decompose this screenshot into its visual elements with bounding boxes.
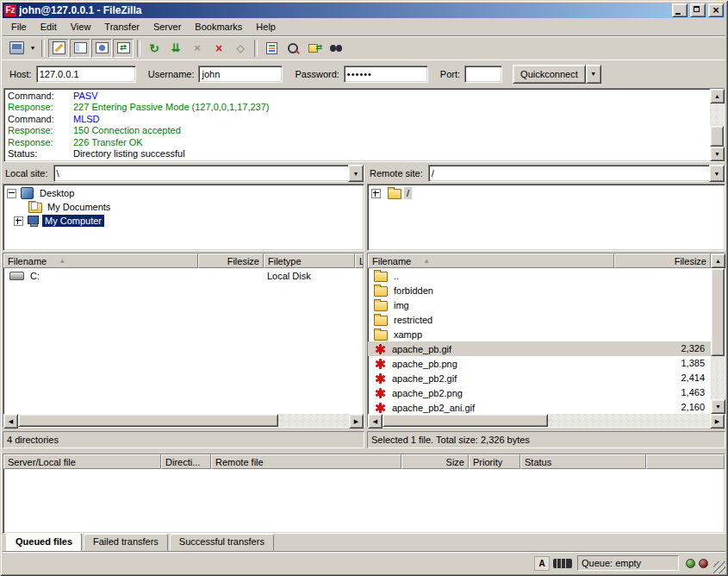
title-bar[interactable]: Fz john@127.0.0.1 - FileZilla xyxy=(3,3,725,18)
priority-column-header[interactable]: Priority xyxy=(469,454,520,469)
remote-site-combo[interactable]: / ▼ xyxy=(428,165,725,182)
tab-queued-files[interactable]: Queued files xyxy=(6,533,82,551)
expand-icon[interactable] xyxy=(14,216,23,226)
size-column-header[interactable]: Size xyxy=(401,454,469,469)
file-row[interactable]: xampp xyxy=(368,327,711,341)
scroll-down-button[interactable]: ▼ xyxy=(710,147,725,161)
scroll-track[interactable] xyxy=(711,268,725,399)
toggle-local-tree-button[interactable] xyxy=(70,39,90,58)
tree-item-root[interactable]: / xyxy=(370,186,725,200)
log-scrollbar[interactable]: ▲ ▼ xyxy=(710,89,724,161)
file-row-c-drive[interactable]: C: Local Disk xyxy=(3,268,364,283)
menu-bookmarks[interactable]: Bookmarks xyxy=(188,20,249,34)
tab-failed-transfers[interactable]: Failed transfers xyxy=(84,534,168,551)
file-row[interactable]: img xyxy=(368,297,711,312)
site-manager-button[interactable] xyxy=(6,39,27,58)
file-row[interactable]: apache_pb2.gif2,414 xyxy=(368,371,711,385)
scroll-track[interactable] xyxy=(383,414,710,427)
scroll-thumb[interactable] xyxy=(18,414,278,427)
collapse-icon[interactable] xyxy=(7,189,16,198)
scroll-up-button[interactable]: ▲ xyxy=(710,89,725,103)
menu-edit[interactable]: Edit xyxy=(34,20,64,34)
filter-button[interactable] xyxy=(261,39,282,58)
tree-item-my-documents[interactable]: My Documents xyxy=(5,200,364,214)
server-local-file-column-header[interactable]: Server/Local file xyxy=(3,454,161,469)
process-queue-button[interactable]: ⇊ xyxy=(165,39,186,58)
refresh-button[interactable]: ↻ xyxy=(144,39,165,58)
disconnect-button[interactable]: × xyxy=(208,39,229,58)
scroll-right-button[interactable]: ▶ xyxy=(349,414,364,429)
filename-column-header[interactable]: Filename▲ xyxy=(3,254,198,268)
synchronized-browsing-button[interactable] xyxy=(304,39,325,58)
file-row[interactable]: apache_pb2.png1,463 xyxy=(368,385,711,400)
menu-view[interactable]: View xyxy=(64,20,98,34)
close-button[interactable] xyxy=(708,3,724,17)
scroll-up-button[interactable]: ▲ xyxy=(711,254,725,268)
filetype-column-header[interactable]: Filetype xyxy=(264,254,355,268)
filesize-column-header[interactable]: Filesize xyxy=(614,254,711,268)
empty-column-header xyxy=(646,454,725,469)
remote-horizontal-scrollbar[interactable]: ◀ ▶ xyxy=(368,414,725,427)
scroll-track[interactable] xyxy=(18,414,349,427)
menu-transfer[interactable]: Transfer xyxy=(97,20,146,34)
cancel-button[interactable]: × xyxy=(187,39,208,58)
scroll-down-button[interactable]: ▼ xyxy=(711,399,725,414)
reconnect-button[interactable]: ◇ xyxy=(230,39,251,58)
toggle-log-button[interactable] xyxy=(48,39,69,58)
toolbar-separator xyxy=(41,40,45,57)
menu-server[interactable]: Server xyxy=(146,20,188,34)
led-red-icon xyxy=(699,559,708,568)
toggle-queue-button[interactable]: ⇄ xyxy=(113,39,134,58)
quickconnect-dropdown[interactable]: ▼ xyxy=(586,65,601,84)
menu-file[interactable]: File xyxy=(4,20,34,34)
minimize-button[interactable] xyxy=(672,3,688,17)
scroll-left-button[interactable]: ◀ xyxy=(3,414,18,429)
file-row-selected[interactable]: apache_pb.gif2,326 xyxy=(368,341,711,356)
scroll-right-button[interactable]: ▶ xyxy=(710,414,725,429)
filesize-column-header[interactable]: Filesize xyxy=(198,254,264,268)
scroll-track[interactable] xyxy=(710,103,724,147)
direction-column-header[interactable]: Directi... xyxy=(161,454,211,469)
file-row[interactable]: apache_pb.png1,385 xyxy=(368,356,711,371)
username-input[interactable]: john xyxy=(198,66,283,83)
local-site-value[interactable]: \ xyxy=(54,168,348,178)
host-input[interactable]: 127.0.0.1 xyxy=(36,66,136,83)
tab-successful-transfers[interactable]: Successful transfers xyxy=(170,534,274,551)
quickconnect-button[interactable]: Quickconnect xyxy=(513,65,586,84)
scroll-thumb[interactable] xyxy=(383,414,548,427)
local-horizontal-scrollbar[interactable]: ◀ ▶ xyxy=(3,414,364,427)
remote-site-value[interactable]: / xyxy=(429,168,709,178)
file-row[interactable]: restricted xyxy=(368,312,711,327)
expand-icon[interactable] xyxy=(371,189,381,198)
remote-vertical-scrollbar[interactable]: ▲ ▼ xyxy=(711,254,725,414)
scroll-thumb[interactable] xyxy=(710,126,724,147)
find-files-button[interactable] xyxy=(326,39,346,58)
tree-item-my-computer[interactable]: My Computer xyxy=(5,214,364,228)
port-input[interactable] xyxy=(464,66,502,83)
file-row[interactable]: forbidden xyxy=(368,283,711,297)
menu-help[interactable]: Help xyxy=(249,20,283,34)
log-line: Response:150 Connection accepted xyxy=(8,125,710,136)
filename-column-header[interactable]: Filename▲ xyxy=(368,254,614,268)
local-site-combo[interactable]: \ ▼ xyxy=(53,165,364,182)
scroll-thumb[interactable] xyxy=(711,268,725,356)
directory-comparison-button[interactable] xyxy=(283,39,303,58)
queue-body[interactable] xyxy=(3,469,725,533)
maximize-button[interactable] xyxy=(690,3,706,17)
status-indicator-icon[interactable] xyxy=(553,559,572,568)
file-row[interactable]: .. xyxy=(368,268,711,283)
remote-file-column-header[interactable]: Remote file xyxy=(211,454,401,469)
local-site-dropdown[interactable]: ▼ xyxy=(348,165,364,182)
scroll-left-button[interactable]: ◀ xyxy=(368,414,383,429)
folder-icon xyxy=(374,301,388,311)
password-input[interactable]: •••••• xyxy=(344,66,428,83)
status-column-header[interactable]: Status xyxy=(520,454,646,469)
file-row[interactable]: apache_pb2_ani.gif2,160 xyxy=(368,400,711,414)
last-modified-column-header[interactable]: L xyxy=(355,254,364,268)
tree-item-desktop[interactable]: Desktop xyxy=(5,186,364,200)
remote-site-dropdown[interactable]: ▼ xyxy=(709,165,725,182)
resize-grip[interactable] xyxy=(713,561,725,573)
site-manager-dropdown[interactable]: ▼ xyxy=(28,39,38,58)
transfer-type-indicator-icon[interactable]: A xyxy=(534,556,550,571)
toggle-remote-tree-button[interactable] xyxy=(91,39,112,58)
